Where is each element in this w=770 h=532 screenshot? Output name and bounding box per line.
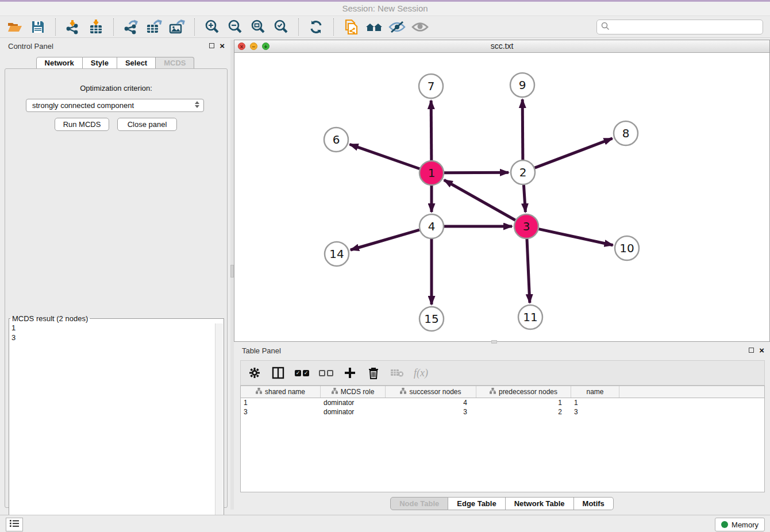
create-column-button[interactable] <box>343 366 357 380</box>
edge-4-14[interactable] <box>351 230 419 250</box>
checked-box-icon: ✓ <box>295 370 301 376</box>
cell-successor-nodes[interactable]: 4 <box>386 398 476 407</box>
mcds-result-list: 1 3 <box>11 323 16 342</box>
delete-column-button[interactable] <box>367 366 380 380</box>
edge-1-2[interactable] <box>444 172 509 173</box>
open-session-button[interactable] <box>3 18 26 36</box>
tab-edge-table[interactable]: Edge Table <box>448 497 505 510</box>
table-panel-title: Table Panel <box>242 346 281 355</box>
window-close-icon[interactable]: × <box>238 43 245 50</box>
tab-network-table[interactable]: Network Table <box>506 497 574 510</box>
close-panel-button[interactable]: Close panel <box>117 118 177 131</box>
search-field[interactable] <box>596 20 763 34</box>
node-label-1: 1 <box>428 166 436 180</box>
toolbar-separator <box>298 18 299 36</box>
tab-style[interactable]: Style <box>83 57 117 69</box>
function-builder-button[interactable]: f(x) <box>414 367 428 379</box>
hide-selected-button[interactable] <box>386 18 409 36</box>
edge-3-11[interactable] <box>527 239 530 303</box>
tab-node-table[interactable]: Node Table <box>390 497 448 510</box>
run-mcds-button[interactable]: Run MCDS <box>55 118 109 131</box>
tab-mcds[interactable]: MCDS <box>156 57 194 69</box>
cell-name[interactable]: 3 <box>571 407 619 417</box>
table-row[interactable]: 1dominator411 <box>241 398 764 407</box>
zoom-in-button[interactable] <box>201 18 224 36</box>
cell-MCDS-role[interactable]: dominator <box>321 398 386 407</box>
task-history-button[interactable] <box>6 518 23 531</box>
cell-shared-name[interactable]: 3 <box>241 407 321 417</box>
save-floppy-icon <box>31 20 45 34</box>
table-row[interactable]: 3dominator323 <box>241 407 764 417</box>
apply-layout-button[interactable] <box>305 18 328 36</box>
edge-2-3[interactable] <box>523 185 525 212</box>
memory-status-icon <box>721 521 728 528</box>
column-header-shared-name[interactable]: shared name <box>241 386 321 398</box>
edge-3-1[interactable] <box>444 180 515 220</box>
mcds-result-group: MCDS result (2 nodes) 1 3 <box>9 314 224 532</box>
zoom-selected-button[interactable] <box>270 18 292 36</box>
status-bar: Memory <box>0 515 770 532</box>
node-label-8: 8 <box>622 126 630 140</box>
memory-label: Memory <box>732 521 759 529</box>
window-minimize-icon[interactable]: − <box>250 43 257 50</box>
column-header-name[interactable]: name <box>571 386 619 398</box>
new-network-from-selection-button[interactable] <box>340 18 363 36</box>
app-title: Session: New Session <box>342 3 428 13</box>
unselect-all-columns-button[interactable] <box>319 370 333 376</box>
cell-name[interactable]: 1 <box>571 398 619 407</box>
column-header-MCDS-role[interactable]: MCDS role <box>321 386 386 398</box>
import-network-button[interactable] <box>61 18 84 36</box>
first-neighbors-button[interactable] <box>363 18 386 36</box>
close-panel-icon[interactable]: × <box>220 43 225 49</box>
cell-predecessor-nodes[interactable]: 1 <box>476 398 571 407</box>
edge-2-8[interactable] <box>535 138 613 168</box>
node-label-6: 6 <box>333 133 340 147</box>
import-table-button[interactable] <box>84 18 107 36</box>
cell-shared-name[interactable]: 1 <box>241 398 321 407</box>
optimization-criterion-label: Optimization criterion: <box>5 84 227 92</box>
horizontal-splitter-handle[interactable] <box>491 340 497 344</box>
optimization-criterion-select[interactable]: strongly connected component <box>26 99 204 112</box>
zoom-fit-button[interactable] <box>247 18 270 36</box>
control-panel-header: Control Panel × <box>0 40 230 53</box>
table-header-row: shared nameMCDS rolesuccessor nodesprede… <box>241 386 764 398</box>
delete-table-button[interactable] <box>390 366 404 380</box>
cell-predecessor-nodes[interactable]: 2 <box>476 407 571 417</box>
memory-button[interactable]: Memory <box>715 518 765 531</box>
float-window-icon[interactable] <box>209 43 214 48</box>
network-window-titlebar[interactable]: × − + scc.txt <box>234 40 769 53</box>
node-label-14: 14 <box>329 247 344 261</box>
toolbar-separator <box>113 18 114 36</box>
tab-select[interactable]: Select <box>117 57 156 69</box>
zoom-out-button[interactable] <box>224 18 247 36</box>
window-zoom-icon[interactable]: + <box>262 43 270 50</box>
mcds-tab-content: Optimization criterion: strongly connect… <box>5 68 228 508</box>
edge-2-9[interactable] <box>522 99 523 160</box>
cell-MCDS-role[interactable]: dominator <box>321 407 386 417</box>
column-header-predecessor-nodes[interactable]: predecessor nodes <box>476 386 571 398</box>
edge-1-6[interactable] <box>350 144 420 168</box>
mcds-result-scrollbar[interactable] <box>215 323 223 530</box>
cell-successor-nodes[interactable]: 3 <box>386 407 476 417</box>
show-column-button[interactable] <box>271 366 285 380</box>
search-input[interactable] <box>613 23 763 32</box>
close-panel-icon[interactable]: × <box>759 347 764 353</box>
search-icon <box>601 22 610 33</box>
network-canvas[interactable]: 1234678910111415 <box>234 53 769 341</box>
export-image-button[interactable] <box>165 18 188 36</box>
node-table[interactable]: shared nameMCDS rolesuccessor nodesprede… <box>240 385 765 492</box>
edge-1-7[interactable] <box>431 101 432 160</box>
export-network-button[interactable] <box>120 18 143 36</box>
select-all-columns-button[interactable]: ✓✓ <box>295 370 309 376</box>
save-session-button[interactable] <box>26 18 49 36</box>
table-options-button[interactable] <box>248 366 261 380</box>
tab-motifs[interactable]: Motifs <box>574 497 614 510</box>
edge-3-10[interactable] <box>538 229 613 245</box>
export-table-button[interactable] <box>143 18 165 36</box>
float-window-icon[interactable] <box>749 348 754 353</box>
import-table-icon <box>88 20 103 34</box>
tab-network[interactable]: Network <box>36 57 83 69</box>
show-all-button[interactable] <box>409 18 432 36</box>
column-header-successor-nodes[interactable]: successor nodes <box>386 386 476 398</box>
column-type-icon <box>256 388 262 396</box>
